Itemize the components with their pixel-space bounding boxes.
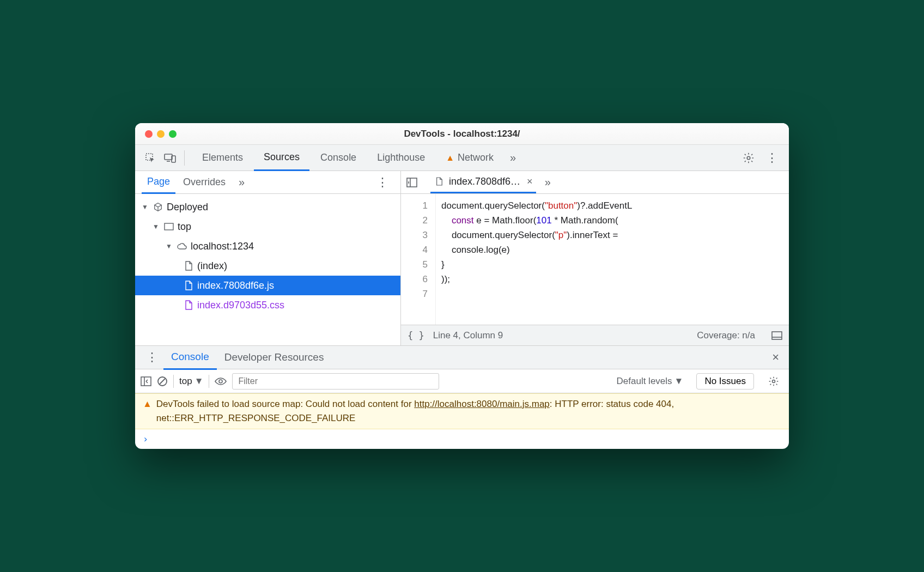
live-expression-icon[interactable] [215, 377, 227, 386]
drawer-tabs: ⋮ Console Developer Resources × [135, 345, 789, 369]
window-title: DevTools - localhost:1234/ [135, 129, 789, 139]
editor-statusbar: { } Line 4, Column 9 Coverage: n/a [401, 325, 789, 345]
device-toggle-icon[interactable] [160, 148, 180, 168]
code-content[interactable]: document.querySelector("button")?.addEve… [436, 194, 789, 325]
more-tabs-icon[interactable]: » [504, 151, 521, 164]
drawer-close-icon[interactable]: × [768, 350, 783, 364]
tree-origin[interactable]: ▼ localhost:1234 [135, 236, 400, 256]
panel-tabs: Elements Sources Console Lighthouse ▲Net… [192, 145, 739, 171]
editor-tabs: index.7808df6… × » [401, 171, 789, 194]
nav-kebab-icon[interactable]: ⋮ [371, 175, 394, 190]
console-filter-input[interactable] [232, 373, 439, 390]
cursor-position: Line 4, Column 9 [433, 330, 503, 341]
tab-lighthouse[interactable]: Lighthouse [367, 145, 435, 170]
main-content: Page Overrides » ⋮ ▼ Deployed ▼ top [135, 171, 789, 345]
svg-point-9 [219, 380, 222, 383]
svg-rect-1 [165, 154, 172, 160]
tree-file-css[interactable]: index.d9703d55.css [135, 295, 400, 315]
editor-more-tabs-icon[interactable]: » [539, 176, 556, 188]
console-sidebar-toggle-icon[interactable] [141, 376, 151, 386]
file-tree: ▼ Deployed ▼ top ▼ localhost:1234 (index… [135, 194, 400, 345]
drawer-kebab-icon[interactable]: ⋮ [141, 350, 163, 364]
nav-more-tabs-icon[interactable]: » [233, 176, 250, 188]
svg-point-10 [773, 380, 775, 382]
warning-icon: ▲ [446, 153, 454, 163]
editor-tab-active[interactable]: index.7808df6… × [430, 172, 536, 193]
settings-icon[interactable] [739, 148, 758, 168]
document-icon [183, 260, 194, 271]
context-selector[interactable]: top ▼ [179, 376, 203, 387]
nav-tab-overrides[interactable]: Overrides [178, 172, 231, 193]
main-toolbar: Elements Sources Console Lighthouse ▲Net… [135, 145, 789, 171]
navigator-tabs: Page Overrides » ⋮ [135, 171, 400, 194]
frame-icon [163, 221, 174, 232]
console-body: ▲ DevTools failed to load source map: Co… [135, 393, 789, 449]
console-prompt[interactable]: › [135, 429, 789, 449]
tree-file-js[interactable]: index.7808df6e.js [135, 276, 400, 295]
svg-rect-4 [165, 223, 173, 230]
titlebar: DevTools - localhost:1234/ [135, 123, 789, 145]
tab-console[interactable]: Console [311, 145, 366, 170]
devtools-window: DevTools - localhost:1234/ Elements Sour… [135, 123, 789, 449]
tree-file-index[interactable]: (index) [135, 256, 400, 276]
tree-deployed[interactable]: ▼ Deployed [135, 197, 400, 217]
document-icon [434, 176, 445, 187]
tree-top[interactable]: ▼ top [135, 217, 400, 236]
svg-point-3 [747, 156, 750, 160]
sourcemap-link[interactable]: http://localhost:8080/main.js.map [414, 399, 550, 409]
tab-elements[interactable]: Elements [192, 145, 253, 170]
drawer-tab-console[interactable]: Console [163, 345, 217, 370]
console-toolbar: top ▼ Default levels ▼ No Issues [135, 369, 789, 393]
warning-text: DevTools failed to load source map: Coul… [156, 397, 781, 425]
console-warning-row[interactable]: ▲ DevTools failed to load source map: Co… [135, 393, 789, 429]
drawer-tab-devresources[interactable]: Developer Resources [217, 346, 332, 369]
toggle-navigator-icon[interactable] [406, 178, 417, 187]
clear-console-icon[interactable] [157, 376, 168, 387]
kebab-menu-icon[interactable]: ⋮ [761, 151, 783, 165]
coverage-status: Coverage: n/a [697, 330, 755, 341]
line-gutter: 1234567 [401, 194, 436, 325]
tab-network[interactable]: ▲Network [436, 145, 503, 170]
inspect-icon[interactable] [141, 148, 160, 168]
console-settings-icon[interactable] [764, 372, 783, 391]
warning-icon: ▲ [143, 397, 152, 425]
tab-sources[interactable]: Sources [254, 145, 309, 171]
cloud-icon [177, 241, 187, 252]
format-icon[interactable]: { } [408, 330, 424, 341]
log-levels-selector[interactable]: Default levels ▼ [617, 376, 684, 387]
code-editor[interactable]: 1234567 document.querySelector("button")… [401, 194, 789, 325]
close-tab-icon[interactable]: × [527, 176, 533, 187]
source-panel: index.7808df6… × » 1234567 document.quer… [401, 171, 789, 345]
document-icon [183, 280, 194, 291]
navigator-panel: Page Overrides » ⋮ ▼ Deployed ▼ top [135, 171, 401, 345]
svg-rect-6 [772, 332, 782, 339]
toggle-debugger-icon[interactable] [771, 331, 782, 340]
cube-icon [153, 202, 163, 212]
issues-button[interactable]: No Issues [696, 373, 754, 390]
nav-tab-page[interactable]: Page [142, 171, 175, 194]
document-icon [183, 300, 194, 311]
